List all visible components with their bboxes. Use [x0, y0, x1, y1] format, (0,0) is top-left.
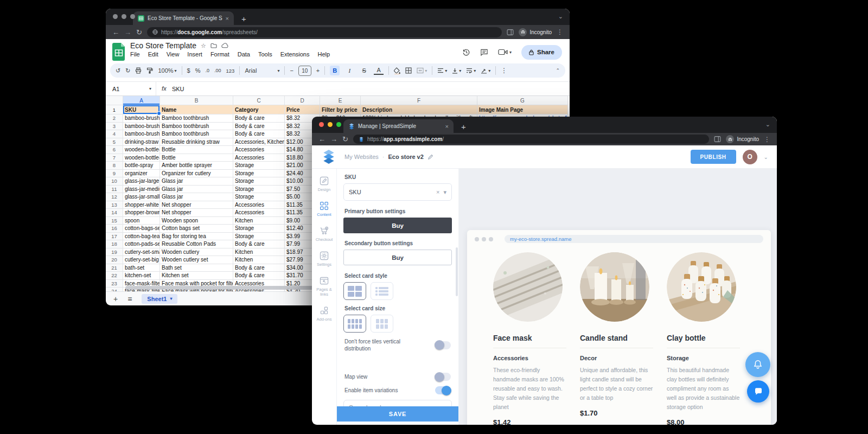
row-number[interactable]: 8	[106, 162, 123, 170]
col-header-E[interactable]: E	[320, 96, 361, 105]
sheet-cell[interactable]: glass-jar-large	[123, 177, 160, 186]
sheet-cell[interactable]: Organizer for cutlery	[160, 170, 233, 178]
sheet-cell[interactable]: Storage	[233, 177, 285, 186]
add-sheet-icon[interactable]: +	[113, 295, 118, 303]
name-box[interactable]: A1▾	[106, 86, 156, 92]
doc-title[interactable]: Eco Store Template	[130, 41, 196, 50]
header-cell[interactable]: Filter by price	[320, 105, 361, 114]
text-wrap-button[interactable]: ▾	[466, 68, 476, 73]
menu-help[interactable]: Help	[317, 51, 330, 58]
sheet-cell[interactable]: Storage	[233, 162, 285, 170]
sheet-cell[interactable]: glass-jar-small	[123, 193, 160, 201]
close-window-button[interactable]	[113, 14, 118, 19]
sheet-cell[interactable]: bath-set	[123, 264, 160, 272]
header-cell[interactable]: Description	[361, 105, 477, 114]
row-number[interactable]: 16	[106, 225, 123, 233]
row-number[interactable]: 7	[106, 154, 123, 162]
sheet-cell[interactable]: Storage	[233, 186, 285, 194]
header-cell[interactable]: Category	[233, 105, 285, 114]
sheet-cell[interactable]: cotton-bags-set	[123, 225, 160, 233]
browser-menu-icon[interactable]: ⋮	[557, 28, 563, 36]
col-header-D[interactable]: D	[285, 96, 320, 105]
redo-icon[interactable]: ↻	[125, 67, 130, 74]
formula-input[interactable]: fxSKU	[156, 82, 190, 95]
sheet-cell[interactable]: Storage	[233, 170, 285, 178]
row-number[interactable]: 12	[106, 193, 123, 201]
reload-icon[interactable]: ↻	[136, 29, 142, 36]
row-number[interactable]: 15	[106, 217, 123, 225]
forward-icon[interactable]: →	[124, 29, 131, 36]
row-number[interactable]: 14	[106, 209, 123, 217]
account-chevron-icon[interactable]: ⌄	[764, 154, 768, 160]
toolbar-more-icon[interactable]: ⋮	[501, 67, 507, 74]
sheet-cell[interactable]: kitchen-set	[123, 272, 160, 280]
sheet-cell[interactable]: Reusable Cotton Pads	[160, 240, 233, 248]
tab-overflow-icon[interactable]: ⌄	[558, 13, 563, 20]
close-tab-icon[interactable]: ×	[226, 15, 229, 22]
forward-icon[interactable]: →	[330, 136, 337, 143]
sheet-cell[interactable]: Bath set	[160, 264, 233, 272]
browser-tab[interactable]: Eco Store Template - Google S ×	[133, 11, 234, 25]
star-icon[interactable]: ☆	[201, 42, 206, 49]
browser-tab[interactable]: Manage | SpreadSimple ×	[343, 119, 454, 133]
row-number[interactable]: 3	[106, 123, 123, 131]
minimize-window-button[interactable]	[328, 122, 333, 127]
sheet-cell[interactable]: organizer	[123, 170, 160, 178]
text-rotation-button[interactable]: ▾	[481, 68, 490, 74]
sheet-cell[interactable]: Glass jar	[160, 193, 233, 201]
clear-icon[interactable]: ×	[436, 189, 439, 195]
row-number[interactable]: 5	[106, 138, 123, 146]
sheet-cell[interactable]: Accessories	[233, 201, 285, 209]
header-cell[interactable]: SKU	[123, 105, 160, 114]
new-tab-button[interactable]: +	[241, 15, 246, 23]
toggle-switch[interactable]	[435, 386, 451, 394]
toggle-switch[interactable]	[435, 341, 451, 349]
sheet-cell[interactable]: cutlery-set-big	[123, 256, 160, 264]
sheet-cell[interactable]: Body & care	[233, 240, 285, 248]
new-tab-button[interactable]: +	[461, 123, 466, 131]
nav-item-settings[interactable]: Settings	[312, 251, 336, 267]
menu-file[interactable]: File	[130, 51, 140, 58]
primary-buy-button-preview[interactable]: Buy	[343, 218, 452, 233]
save-button[interactable]: SAVE	[337, 406, 458, 422]
panel-scrollbar[interactable]	[456, 247, 458, 296]
window-controls[interactable]	[319, 122, 341, 127]
nav-item-content[interactable]: Content	[312, 201, 336, 217]
card-size-large-option[interactable]	[371, 315, 393, 333]
sheet-cell[interactable]: Wooden cutlery set	[160, 256, 233, 264]
preview-url[interactable]: my-eco-store.spread.name	[505, 235, 763, 243]
chevron-down-icon[interactable]: ▾	[443, 189, 446, 196]
close-window-button[interactable]	[319, 122, 324, 127]
sheet-cell[interactable]: cotton-pads-set	[123, 240, 160, 248]
zoom-window-button[interactable]	[336, 122, 341, 127]
row-number[interactable]: 4	[106, 130, 123, 138]
borders-button[interactable]	[405, 67, 412, 74]
sheet-cell[interactable]: Accessories	[233, 209, 285, 217]
row-number[interactable]: 20	[106, 256, 123, 264]
corner-cell[interactable]	[106, 96, 123, 105]
sheet-cell[interactable]: Kitchen	[233, 248, 285, 257]
sheet-cell[interactable]: Body & care	[233, 264, 285, 272]
nav-item-pages-links[interactable]: Pages & links	[312, 276, 336, 297]
menu-tools[interactable]: Tools	[258, 51, 272, 58]
row-number[interactable]: 17	[106, 233, 123, 241]
sheet-cell[interactable]: Body & care	[233, 130, 285, 138]
window-controls[interactable]	[113, 14, 135, 19]
sheet-cell[interactable]: Reusable drinking straw	[160, 138, 233, 146]
card-style-list-option[interactable]	[371, 282, 393, 300]
sheet-cell[interactable]: wooden-bottle-b	[123, 154, 160, 162]
toggle-switch[interactable]	[435, 373, 451, 381]
zoom-window-button[interactable]	[130, 14, 135, 19]
row-number[interactable]: 18	[106, 240, 123, 248]
sheet-cell[interactable]: drinking-straw	[123, 138, 160, 146]
sheet-cell[interactable]: Kitchen set	[160, 272, 233, 280]
fill-color-button[interactable]	[394, 67, 400, 74]
nav-item-add-ons[interactable]: Add-ons	[312, 306, 336, 322]
back-icon[interactable]: ←	[112, 29, 119, 36]
edit-pencil-icon[interactable]	[427, 154, 433, 160]
italic-button[interactable]: I	[344, 66, 354, 75]
sheet-cell[interactable]: Body & care	[233, 114, 285, 123]
sheet-cell[interactable]: Glass jar	[160, 186, 233, 194]
sheet-cell[interactable]: Kitchen	[233, 256, 285, 264]
back-icon[interactable]: ←	[318, 136, 326, 143]
